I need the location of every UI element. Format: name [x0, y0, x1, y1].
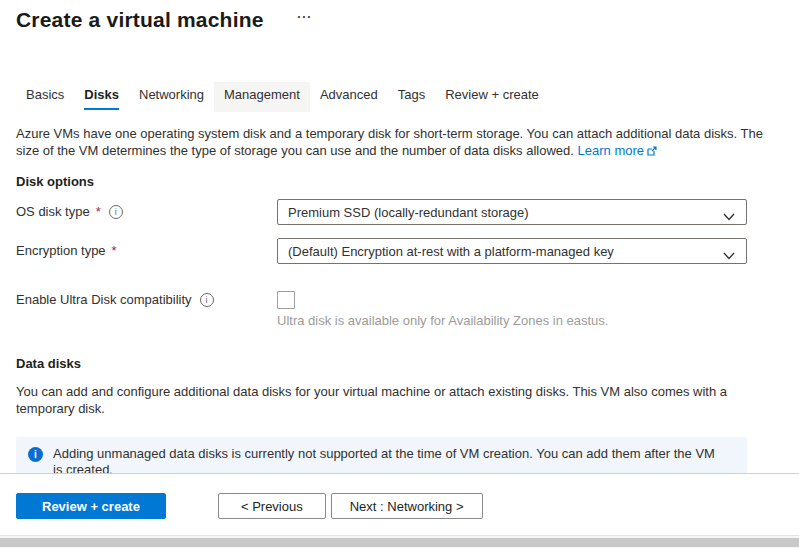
chevron-down-icon	[723, 248, 735, 263]
required-asterisk: *	[96, 203, 101, 221]
data-disks-description: You can add and configure additional dat…	[16, 383, 761, 417]
ultra-disk-row: Enable Ultra Disk compatibility i Ultra …	[16, 291, 799, 328]
ultra-disk-label: Enable Ultra Disk compatibility i	[16, 291, 277, 309]
wizard-footer: Review + create < Previous Next : Networ…	[0, 473, 799, 535]
info-icon[interactable]: i	[200, 293, 214, 307]
ultra-disk-label-text: Enable Ultra Disk compatibility	[16, 291, 192, 309]
encryption-type-label: Encryption type *	[16, 242, 277, 260]
page-title: Create a virtual machine	[16, 8, 264, 32]
tab-review-create[interactable]: Review + create	[435, 82, 549, 112]
encryption-type-value: (Default) Encryption at-rest with a plat…	[288, 244, 614, 259]
info-banner: i Adding unmanaged data disks is current…	[16, 437, 747, 474]
horizontal-scrollbar	[0, 535, 799, 548]
tab-networking[interactable]: Networking	[129, 82, 214, 112]
info-banner-text: Adding unmanaged data disks is currently…	[53, 446, 723, 474]
next-networking-button[interactable]: Next : Networking >	[331, 493, 483, 519]
ultra-disk-control: Ultra disk is available only for Availab…	[277, 291, 747, 328]
os-disk-type-dropdown[interactable]: Premium SSD (locally-redundant storage)	[277, 199, 747, 225]
encryption-type-row: Encryption type * (Default) Encryption a…	[16, 238, 799, 264]
more-options-icon[interactable]: ···	[297, 10, 312, 24]
ultra-disk-checkbox[interactable]	[277, 291, 295, 309]
footer-buttons: Review + create < Previous Next : Networ…	[16, 493, 799, 519]
info-icon[interactable]: i	[109, 205, 123, 219]
tab-disks[interactable]: Disks	[74, 82, 129, 112]
learn-more-link[interactable]: Learn more	[578, 143, 644, 158]
os-disk-type-value: Premium SSD (locally-redundant storage)	[288, 205, 529, 220]
chevron-down-icon	[723, 209, 735, 224]
required-asterisk: *	[112, 242, 117, 260]
disk-options-heading: Disk options	[16, 174, 799, 189]
page-header: Create a virtual machine ···	[0, 0, 799, 32]
disks-intro-text: Azure VMs have one operating system disk…	[16, 125, 776, 160]
tab-tags[interactable]: Tags	[388, 82, 435, 112]
tab-advanced[interactable]: Advanced	[310, 82, 388, 112]
info-banner-icon: i	[28, 447, 43, 462]
os-disk-type-label-text: OS disk type	[16, 203, 90, 221]
data-disks-heading: Data disks	[16, 356, 799, 371]
horizontal-scrollbar-thumb[interactable]	[0, 538, 799, 547]
os-disk-type-label: OS disk type * i	[16, 203, 277, 221]
encryption-type-dropdown[interactable]: (Default) Encryption at-rest with a plat…	[277, 238, 747, 264]
ultra-disk-helper-text: Ultra disk is available only for Availab…	[277, 313, 747, 328]
encryption-type-label-text: Encryption type	[16, 242, 106, 260]
os-disk-type-row: OS disk type * i Premium SSD (locally-re…	[16, 199, 799, 225]
wizard-tab-bar: Basics Disks Networking Management Advan…	[16, 82, 799, 112]
tab-basics[interactable]: Basics	[16, 82, 74, 112]
review-create-button[interactable]: Review + create	[16, 493, 166, 519]
tab-management[interactable]: Management	[214, 82, 310, 112]
previous-button[interactable]: < Previous	[218, 493, 326, 519]
external-link-icon	[647, 143, 657, 160]
